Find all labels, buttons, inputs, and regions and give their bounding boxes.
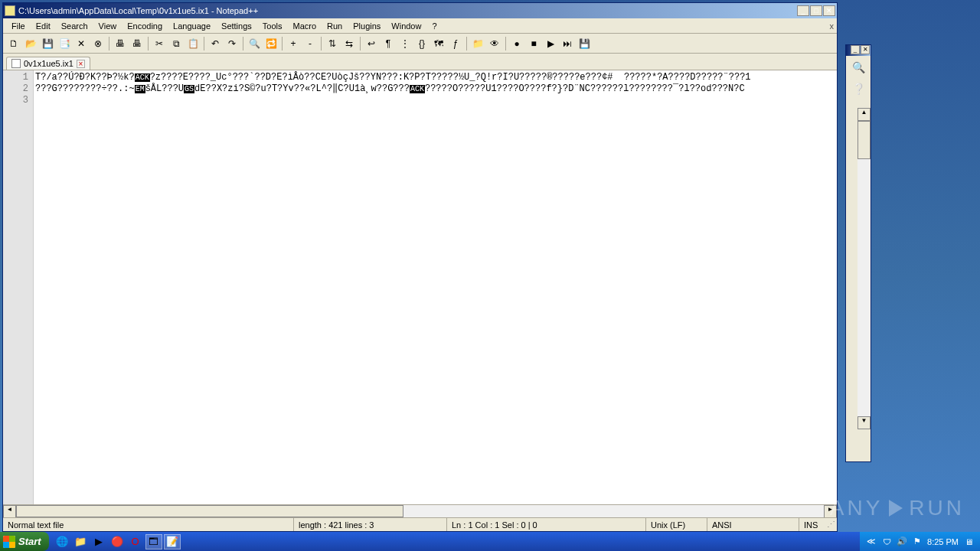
clock[interactable]: 8:25 PM xyxy=(927,537,959,546)
menu-help[interactable]: ? xyxy=(426,20,442,32)
tray-volume-icon[interactable]: 🔊 xyxy=(897,536,907,547)
cut-icon[interactable]: ✂ xyxy=(152,36,167,51)
tray-shield-icon[interactable]: 🛡 xyxy=(881,536,892,547)
control-char: EM xyxy=(135,85,145,93)
menu-tools[interactable]: Tools xyxy=(257,20,288,32)
paste-icon[interactable]: 📋 xyxy=(185,36,201,51)
media-player-icon[interactable]: ▶ xyxy=(90,534,107,549)
replace-icon[interactable]: 🔁 xyxy=(263,36,279,51)
task-app1-icon[interactable]: 🗔 xyxy=(145,534,162,549)
print-now-icon[interactable]: 🖶 xyxy=(129,36,145,51)
open-file-icon[interactable]: 📂 xyxy=(23,36,38,51)
indent-guide-icon[interactable]: ⋮ xyxy=(397,36,413,51)
tab-close-button[interactable]: × xyxy=(77,60,85,68)
save-icon[interactable]: 💾 xyxy=(40,36,55,51)
func-list-icon[interactable]: ƒ xyxy=(448,36,463,51)
zoom-in-icon[interactable]: + xyxy=(286,36,301,51)
statusbar: Normal text file length : 421 lines : 3 … xyxy=(3,517,837,531)
file-tab[interactable]: 0v1x1ue5.ix1 × xyxy=(6,57,90,70)
tray-monitor-icon[interactable]: 🖥 xyxy=(963,536,974,547)
monitor-icon[interactable]: 👁 xyxy=(487,36,502,51)
magnifier-icon[interactable]: 🔍 xyxy=(851,60,865,74)
titlebar[interactable]: C:\Users\admin\AppData\Local\Temp\0v1x1u… xyxy=(3,3,837,18)
taskbar: Start 🌐 📁 ▶ 🔴 O 🗔 📝 ≪ 🛡 🔊 ⚑ 8:25 PM 🖥 xyxy=(0,532,980,551)
watermark: ANY RUN xyxy=(830,496,965,520)
editor-line[interactable]: ???G????????÷??.:~EMšÅL???UGSdE??X?zi?S©… xyxy=(35,83,835,95)
menu-encoding[interactable]: Encoding xyxy=(122,20,168,32)
vscroll-track[interactable] xyxy=(858,121,871,416)
horizontal-scrollbar[interactable]: ◄ ► xyxy=(3,504,837,517)
menu-view[interactable]: View xyxy=(93,20,122,32)
minimize-button[interactable]: _ xyxy=(797,5,809,16)
file-icon xyxy=(11,59,21,68)
opera-icon[interactable]: O xyxy=(127,534,144,549)
toolbar: 🗋📂💾📑✕⊗🖶🖶✂⧉📋↶↷🔍🔁+-⇅⇆↩¶⋮{}🗺ƒ📁👁●■▶⏭💾 xyxy=(3,34,837,54)
side-vertical-scrollbar[interactable]: ▲ ▼ xyxy=(858,108,871,429)
line-number: 3 xyxy=(3,95,28,106)
save-all-icon[interactable]: 📑 xyxy=(57,36,72,51)
maximize-button[interactable]: □ xyxy=(810,5,822,16)
menu-close-icon[interactable]: x xyxy=(830,21,835,31)
resize-grip[interactable]: ⋰ xyxy=(825,520,837,530)
menu-plugins[interactable]: Plugins xyxy=(348,20,386,32)
menu-language[interactable]: Language xyxy=(168,20,216,32)
side-minimize-button[interactable]: _ xyxy=(851,45,860,54)
sync-v-icon[interactable]: ⇅ xyxy=(325,36,340,51)
wrap-icon[interactable]: ↩ xyxy=(364,36,379,51)
start-button[interactable]: Start xyxy=(0,532,49,551)
status-length: length : 421 lines : 3 xyxy=(294,518,447,531)
scroll-left-button[interactable]: ◄ xyxy=(3,505,16,518)
save-macro-icon[interactable]: 💾 xyxy=(577,36,592,51)
copy-icon[interactable]: ⧉ xyxy=(168,36,184,51)
tray-flag-icon[interactable]: ⚑ xyxy=(912,536,923,547)
menu-search[interactable]: Search xyxy=(56,20,93,32)
vscroll-thumb[interactable] xyxy=(858,121,871,159)
status-mode: INS xyxy=(799,518,825,531)
scroll-down-button[interactable]: ▼ xyxy=(858,416,871,429)
redo-icon[interactable]: ↷ xyxy=(224,36,240,51)
status-eol: Unix (LF) xyxy=(646,518,707,531)
play-icon xyxy=(889,500,903,517)
close-window-button[interactable]: ✕ xyxy=(823,5,835,16)
find-icon[interactable]: 🔍 xyxy=(247,36,262,51)
text-editor[interactable]: T?/a??Ú?Đ?K??Þ?½k?ACK?z????E????_Uc°???`… xyxy=(34,70,837,504)
chrome-icon[interactable]: 🔴 xyxy=(109,534,126,549)
desktop: C:\Users\admin\AppData\Local\Temp\0v1x1u… xyxy=(0,0,980,551)
close-icon[interactable]: ✕ xyxy=(74,36,89,51)
print-icon[interactable]: 🖶 xyxy=(113,36,128,51)
ie-icon[interactable]: 🌐 xyxy=(54,534,70,549)
udl-icon[interactable]: {} xyxy=(414,36,430,51)
scroll-up-button[interactable]: ▲ xyxy=(858,108,871,121)
menu-run[interactable]: Run xyxy=(322,20,348,32)
menu-macro[interactable]: Macro xyxy=(287,20,322,32)
sync-h-icon[interactable]: ⇆ xyxy=(341,36,357,51)
editor-line[interactable]: T?/a??Ú?Đ?K??Þ?½k?ACK?z????E????_Uc°???`… xyxy=(35,72,835,83)
stop-icon[interactable]: ■ xyxy=(526,36,541,51)
zoom-out-icon[interactable]: - xyxy=(302,36,318,51)
menu-settings[interactable]: Settings xyxy=(216,20,257,32)
play-multi-icon[interactable]: ⏭ xyxy=(560,36,575,51)
tray-expand-icon[interactable]: ≪ xyxy=(866,536,877,547)
editor-line[interactable] xyxy=(35,95,835,106)
undo-icon[interactable]: ↶ xyxy=(207,36,223,51)
new-file-icon[interactable]: 🗋 xyxy=(6,36,21,51)
hscroll-track[interactable] xyxy=(16,505,824,517)
doc-map-icon[interactable]: 🗺 xyxy=(431,36,446,51)
editor-area: 123 T?/a??Ú?Đ?K??Þ?½k?ACK?z????E????_Uc°… xyxy=(3,70,837,504)
record-icon[interactable]: ● xyxy=(509,36,524,51)
windows-logo-icon xyxy=(3,536,15,548)
menu-edit[interactable]: Edit xyxy=(31,20,56,32)
all-chars-icon[interactable]: ¶ xyxy=(381,36,396,51)
system-tray: ≪ 🛡 🔊 ⚑ 8:25 PM 🖥 xyxy=(860,532,980,551)
play-icon[interactable]: ▶ xyxy=(543,36,558,51)
task-notepadpp-icon[interactable]: 📝 xyxy=(164,534,181,549)
folder-icon[interactable]: 📁 xyxy=(470,36,485,51)
menu-file[interactable]: File xyxy=(6,20,31,32)
hscroll-thumb[interactable] xyxy=(16,505,403,517)
explorer-icon[interactable]: 📁 xyxy=(72,534,89,549)
side-close-button[interactable]: ✕ xyxy=(861,45,870,54)
menu-window[interactable]: Window xyxy=(386,20,426,32)
line-number: 1 xyxy=(3,72,28,83)
close-all-icon[interactable]: ⊗ xyxy=(90,36,106,51)
help-icon[interactable]: ❔ xyxy=(851,82,865,96)
